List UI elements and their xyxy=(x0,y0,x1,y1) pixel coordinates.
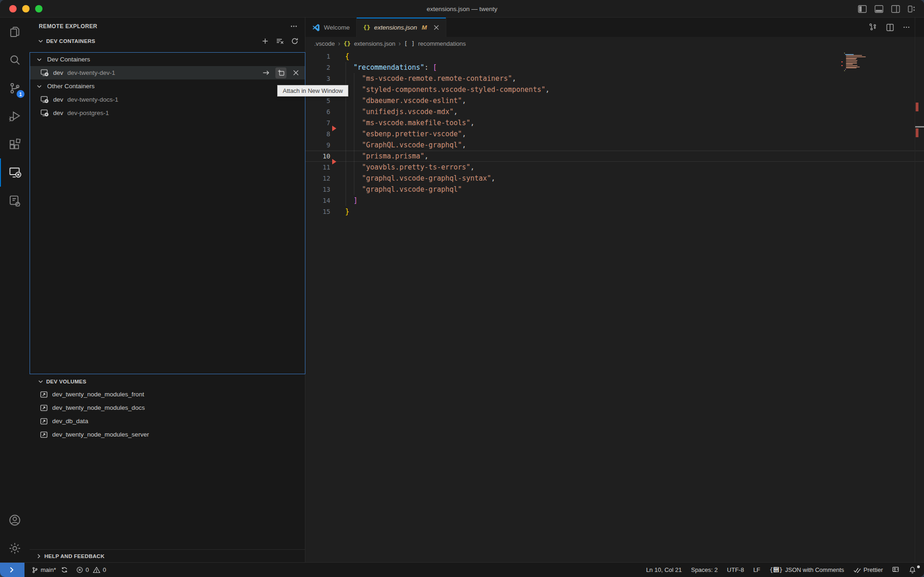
eol-indicator[interactable]: LF xyxy=(750,566,763,573)
volume-row[interactable]: dev_twenty_node_modules_front xyxy=(30,388,305,401)
activity-explorer[interactable] xyxy=(0,18,30,46)
tree-group-dev-containers[interactable]: Dev Containers xyxy=(30,53,305,66)
code-line-7[interactable]: 7 "ms-vscode.makefile-tools", xyxy=(305,117,924,128)
code-line-1[interactable]: 1{ xyxy=(305,51,924,62)
breadcrumb-symbol[interactable]: recommendations xyxy=(418,40,466,47)
code-line-10[interactable]: 10 "prisma.prisma", xyxy=(305,151,924,162)
breadcrumb-file[interactable]: extensions.json xyxy=(354,40,395,47)
clean-containers-icon[interactable] xyxy=(276,37,284,45)
activity-accounts[interactable] xyxy=(0,506,30,534)
tree-group-other-containers[interactable]: Other Containers xyxy=(30,79,305,93)
code-line-15[interactable]: 15} xyxy=(305,206,924,217)
split-editor-icon[interactable] xyxy=(886,24,894,31)
code-line-11[interactable]: 11 "yoavbls.pretty-ts-errors", xyxy=(305,162,924,173)
refresh-icon[interactable] xyxy=(291,37,298,45)
add-container-icon[interactable] xyxy=(261,37,269,45)
code-text: "unifiedjs.vscode-mdx", xyxy=(345,108,458,116)
activity-extensions[interactable] xyxy=(0,130,30,158)
activity-search[interactable] xyxy=(0,46,30,74)
tab-label: Welcome xyxy=(324,24,350,31)
line-number[interactable]: 11 xyxy=(305,164,330,171)
line-number[interactable]: 8 xyxy=(305,130,330,138)
toggle-sidebar-icon[interactable] xyxy=(858,5,867,13)
code-editor[interactable]: 1{2 "recommendations": [3 "ms-vscode-rem… xyxy=(305,50,924,562)
line-number[interactable]: 3 xyxy=(305,75,330,82)
tree-group-label: Other Containers xyxy=(47,83,95,90)
customize-layout-icon[interactable] xyxy=(908,5,916,13)
minimap[interactable] xyxy=(844,53,877,71)
code-line-9[interactable]: 9 "GraphQL.vscode-graphql", xyxy=(305,140,924,151)
line-number[interactable]: 6 xyxy=(305,108,330,115)
activity-settings[interactable] xyxy=(0,534,30,562)
cursor-position[interactable]: Ln 10, Col 21 xyxy=(643,566,685,573)
activity-remote-explorer[interactable] xyxy=(0,158,30,187)
tab-label: extensions.json xyxy=(374,24,417,31)
code-line-6[interactable]: 6 "unifiedjs.vscode-mdx", xyxy=(305,106,924,117)
code-line-8[interactable]: 8 "esbenp.prettier-vscode", xyxy=(305,128,924,140)
line-number[interactable]: 1 xyxy=(305,53,330,60)
minimap-line xyxy=(844,70,877,72)
attach-in-current-window-icon[interactable] xyxy=(261,67,272,79)
encoding-indicator[interactable]: UTF-8 xyxy=(724,566,748,573)
code-text: ] xyxy=(345,196,358,205)
activity-source-control[interactable]: 1 xyxy=(0,74,30,102)
section-help-and-feedback[interactable]: HELP AND FEEDBACK xyxy=(30,549,305,562)
code-text: "yoavbls.pretty-ts-errors", xyxy=(345,163,474,171)
section-dev-containers[interactable]: DEV CONTAINERS xyxy=(30,35,305,47)
container-row-dev-twenty-dev-1[interactable]: dev dev-twenty-dev-1 xyxy=(30,66,305,79)
account-icon xyxy=(8,513,22,527)
volume-row[interactable]: dev_twenty_node_modules_docs xyxy=(30,401,305,414)
stop-container-icon[interactable] xyxy=(290,67,301,79)
line-number[interactable]: 5 xyxy=(305,97,330,104)
line-number[interactable]: 10 xyxy=(305,152,330,160)
toggle-panel-icon[interactable] xyxy=(875,5,883,13)
line-number[interactable]: 7 xyxy=(305,119,330,127)
more-actions-icon[interactable] xyxy=(290,23,298,30)
code-line-5[interactable]: 5 "dbaeumer.vscode-eslint", xyxy=(305,95,924,106)
line-number[interactable]: 13 xyxy=(305,186,330,193)
container-row-dev-twenty-docs-1[interactable]: dev dev-twenty-docs-1 xyxy=(30,93,305,106)
gutter xyxy=(330,195,345,206)
formatter-indicator[interactable]: Prettier xyxy=(850,566,886,573)
volume-row[interactable]: dev_db_data xyxy=(30,414,305,428)
toggle-secondary-sidebar-icon[interactable] xyxy=(891,5,900,13)
git-deleted-marker-icon[interactable] xyxy=(332,126,336,131)
volume-row[interactable]: dev_twenty_node_modules_server xyxy=(30,428,305,441)
close-tab-icon[interactable] xyxy=(433,24,439,30)
container-description: dev-postgres-1 xyxy=(67,109,109,116)
feedback-indicator[interactable] xyxy=(889,566,903,573)
indentation-indicator[interactable]: Spaces: 2 xyxy=(688,566,721,573)
section-dev-volumes[interactable]: DEV VOLUMES xyxy=(30,375,305,388)
overview-ruler[interactable] xyxy=(915,18,924,562)
container-description: dev-twenty-dev-1 xyxy=(67,69,116,76)
code-line-2[interactable]: 2 "recommendations": [ xyxy=(305,62,924,73)
breadcrumb-folder[interactable]: .vscode xyxy=(314,40,335,47)
line-number[interactable]: 12 xyxy=(305,175,330,182)
attach-in-new-window-icon[interactable] xyxy=(275,67,286,79)
problems-indicator[interactable]: 0 0 xyxy=(73,566,109,573)
line-number[interactable]: 9 xyxy=(305,141,330,149)
code-line-14[interactable]: 14 ] xyxy=(305,195,924,206)
more-actions-icon[interactable] xyxy=(903,24,910,31)
chevron-right-icon xyxy=(35,553,43,560)
activity-containers[interactable] xyxy=(0,187,30,215)
open-changes-icon[interactable] xyxy=(869,23,877,31)
line-number[interactable]: 2 xyxy=(305,64,330,71)
code-line-4[interactable]: 4 "styled-components.vscode-styled-compo… xyxy=(305,84,924,95)
notifications-bell[interactable] xyxy=(906,566,919,574)
container-row-dev-postgres-1[interactable]: dev dev-postgres-1 xyxy=(30,106,305,120)
tab-welcome[interactable]: Welcome xyxy=(305,18,357,37)
branch-indicator[interactable]: main* xyxy=(28,566,71,574)
tab-extensions-json[interactable]: {} extensions.json M xyxy=(357,18,446,37)
remote-indicator[interactable] xyxy=(0,563,24,577)
line-number[interactable]: 14 xyxy=(305,197,330,204)
code-line-13[interactable]: 13 "graphql.vscode-graphql" xyxy=(305,184,924,195)
code-line-3[interactable]: 3 "ms-vscode-remote.remote-containers", xyxy=(305,73,924,84)
activity-run-debug[interactable] xyxy=(0,102,30,130)
line-number[interactable]: 15 xyxy=(305,208,330,215)
files-icon xyxy=(8,25,22,39)
volume-icon xyxy=(40,417,48,425)
language-mode[interactable]: {὎} JSON with Comments xyxy=(766,566,848,573)
code-line-12[interactable]: 12 "graphql.vscode-graphql-syntax", xyxy=(305,173,924,184)
git-deleted-marker-icon[interactable] xyxy=(332,159,336,164)
